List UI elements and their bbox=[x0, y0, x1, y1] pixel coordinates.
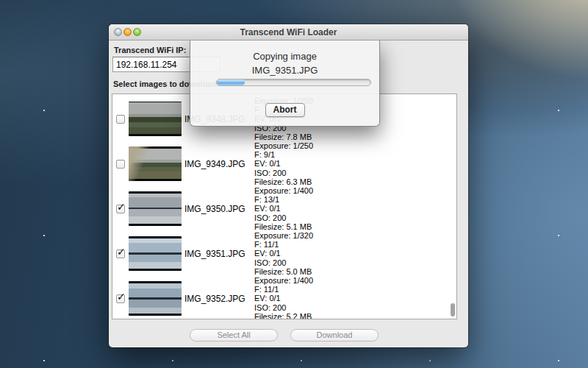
image-thumbnail bbox=[129, 236, 182, 271]
image-checkbox[interactable] bbox=[116, 160, 125, 169]
exif-line: F: 9/1 bbox=[254, 150, 313, 159]
progress-fill bbox=[217, 79, 245, 85]
exif-line: Exposure: 1/320 bbox=[254, 231, 313, 240]
image-checkbox[interactable] bbox=[116, 294, 125, 303]
exif-line: ISO: 200 bbox=[254, 169, 313, 177]
window-title: Transcend WiFi Loader bbox=[109, 27, 468, 38]
image-checkbox[interactable] bbox=[116, 115, 125, 124]
image-list-item[interactable]: IMG_9351.JPG Exposure: 1/320F: 11/1EV: 0… bbox=[112, 231, 456, 276]
exif-line: F: 11/1 bbox=[254, 285, 313, 294]
image-list-item[interactable]: IMG_9349.JPG Exposure: 1/250F: 9/1EV: 0/… bbox=[112, 141, 456, 186]
image-checkbox[interactable] bbox=[116, 250, 125, 258]
image-filename: IMG_9349.JPG bbox=[184, 159, 254, 169]
window-titlebar[interactable]: Transcend WiFi Loader bbox=[109, 24, 468, 40]
exif-line: EV: 0/1 bbox=[254, 204, 313, 213]
exif-line: Filesize: 7.8 MB bbox=[254, 132, 313, 141]
image-thumbnail bbox=[129, 102, 182, 136]
exif-line: Exposure: 1/400 bbox=[254, 186, 313, 195]
image-checkbox[interactable] bbox=[116, 205, 125, 213]
exif-info: Exposure: 1/400F: 11/1EV: 0/1ISO: 200Fil… bbox=[254, 276, 313, 319]
exif-line: EV: 0/1 bbox=[254, 159, 313, 168]
exif-line: Exposure: 1/250 bbox=[254, 141, 313, 150]
select-all-button[interactable]: Select All bbox=[190, 329, 278, 342]
copy-progress-sheet: Copying image IMG_9351.JPG Abort bbox=[190, 40, 380, 127]
exif-line: Filesize: 5.0 MB bbox=[254, 267, 313, 276]
exif-line: EV: 0/1 bbox=[254, 294, 313, 302]
abort-button[interactable]: Abort bbox=[265, 103, 305, 117]
ip-label: Transcend WiFi IP: bbox=[114, 46, 186, 54]
exif-info: Exposure: 1/400F: 13/1EV: 0/1ISO: 200Fil… bbox=[254, 186, 313, 231]
app-window: Transcend WiFi Loader Transcend WiFi IP:… bbox=[109, 24, 468, 347]
exif-line: F: 11/1 bbox=[254, 240, 313, 249]
image-filename: IMG_9350.JPG bbox=[184, 204, 254, 214]
image-list[interactable]: IMG_9348.JPG Exposure: 1/250F: 10/1EV: 0… bbox=[112, 93, 457, 319]
image-thumbnail bbox=[129, 191, 182, 226]
image-thumbnail bbox=[129, 281, 182, 316]
exif-line: ISO: 200 bbox=[254, 303, 313, 312]
exif-line: ISO: 200 bbox=[254, 258, 313, 267]
exif-line: Exposure: 1/400 bbox=[254, 276, 313, 285]
exif-line: ISO: 200 bbox=[254, 213, 313, 222]
image-filename: IMG_9351.JPG bbox=[184, 249, 254, 259]
sheet-filename: IMG_9351.JPG bbox=[190, 65, 379, 76]
image-list-item[interactable]: IMG_9352.JPG Exposure: 1/400F: 11/1EV: 0… bbox=[112, 276, 456, 319]
exif-line: F: 13/1 bbox=[254, 195, 313, 204]
sheet-title: Copying image bbox=[190, 51, 379, 62]
exif-line: Filesize: 5.2 MB bbox=[254, 312, 313, 319]
exif-info: Exposure: 1/250F: 9/1EV: 0/1ISO: 200File… bbox=[254, 141, 313, 186]
download-button[interactable]: Download bbox=[290, 329, 379, 342]
progress-bar bbox=[216, 79, 371, 86]
scrollbar-thumb[interactable] bbox=[451, 303, 455, 316]
exif-line: EV: 0/1 bbox=[254, 249, 313, 258]
image-list-item[interactable]: IMG_9350.JPG Exposure: 1/400F: 13/1EV: 0… bbox=[112, 186, 456, 231]
exif-info: Exposure: 1/320F: 11/1EV: 0/1ISO: 200Fil… bbox=[254, 231, 313, 276]
exif-line: Filesize: 5.1 MB bbox=[254, 222, 313, 231]
image-thumbnail bbox=[129, 146, 182, 181]
exif-line: Filesize: 6.3 MB bbox=[254, 177, 313, 186]
image-filename: IMG_9352.JPG bbox=[184, 294, 254, 304]
